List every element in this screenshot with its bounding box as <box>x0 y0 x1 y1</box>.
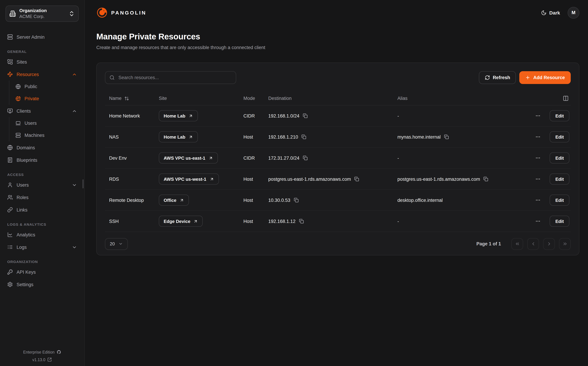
copy-icon <box>301 134 306 139</box>
page-size-select[interactable]: 20 <box>105 238 128 250</box>
resource-name: Home Network <box>105 113 159 118</box>
chevron-down-icon <box>119 242 123 246</box>
version-label: v1.13.0 <box>32 358 45 362</box>
sidebar-item-links[interactable]: Links <box>6 204 79 216</box>
search-input[interactable] <box>118 75 232 81</box>
user-avatar[interactable]: M <box>568 7 579 18</box>
header-actions: Dark M <box>541 7 579 18</box>
row-menu-button[interactable] <box>535 175 542 183</box>
external-link-icon[interactable] <box>47 357 52 362</box>
row-menu-button[interactable] <box>535 218 542 225</box>
edit-button[interactable]: Edit <box>550 195 569 206</box>
copy-destination-button[interactable] <box>303 113 308 118</box>
row-menu-button[interactable] <box>535 112 542 119</box>
row-menu-button[interactable] <box>535 197 542 204</box>
toolbar-buttons: Refresh Add Resource <box>479 71 571 84</box>
resource-name: SSH <box>105 219 159 224</box>
prev-page-button[interactable] <box>527 238 539 250</box>
column-header-alias: Alias <box>397 96 514 101</box>
page-indicator: Page 1 of 1 <box>476 241 501 246</box>
sidebar-item-analytics[interactable]: Analytics <box>6 229 79 241</box>
edition-line: Enterprise Edition <box>23 350 61 354</box>
edit-button[interactable]: Edit <box>550 131 569 142</box>
first-page-button[interactable] <box>511 238 523 250</box>
resource-mode: CIDR <box>243 113 268 118</box>
sidebar-item-label: Private <box>24 96 39 101</box>
brand-name: PANGOLIN <box>111 10 147 15</box>
arrow-up-right-icon <box>193 219 198 223</box>
next-page-button[interactable] <box>543 238 555 250</box>
sidebar-item-settings[interactable]: Settings <box>6 278 79 291</box>
laptop-icon <box>15 121 21 126</box>
copy-destination-button[interactable] <box>294 198 299 203</box>
chevron-up-icon <box>72 72 77 77</box>
search-icon <box>110 75 115 80</box>
copy-destination-button[interactable] <box>301 134 306 139</box>
users-icon <box>7 195 13 200</box>
sidebar-item-users[interactable]: Users <box>14 117 79 129</box>
sidebar-item-domains[interactable]: Domains <box>6 141 79 154</box>
add-resource-button[interactable]: Add Resource <box>520 71 571 84</box>
server-icon <box>15 133 21 138</box>
edit-button[interactable]: Edit <box>550 174 569 184</box>
page-size-value: 20 <box>110 241 115 246</box>
table-body: Home NetworkHome LabCIDR192.168.1.0/24-E… <box>105 105 571 232</box>
site-link-button[interactable]: Home Lab <box>159 131 198 142</box>
edit-button[interactable]: Edit <box>550 152 569 163</box>
sidebar-item-api-keys[interactable]: API Keys <box>6 266 79 278</box>
resource-name: NAS <box>105 134 159 139</box>
sidebar-item-sites[interactable]: Sites <box>6 56 79 68</box>
column-header-mode: Mode <box>243 96 268 101</box>
sidebar-item-server-admin[interactable]: Server Admin <box>6 31 79 43</box>
row-menu-button[interactable] <box>535 133 542 140</box>
chevron-down-icon <box>72 244 77 250</box>
ellipsis-icon <box>535 176 541 182</box>
sidebar-item-resources[interactable]: Resources <box>6 68 79 81</box>
column-header-name[interactable]: Name <box>105 96 159 101</box>
site-link-button[interactable]: AWS VPC us-east-1 <box>159 152 218 163</box>
site-link-button[interactable]: AWS VPC us-west-1 <box>159 174 219 184</box>
settings-icon <box>7 282 13 287</box>
copy-destination-button[interactable] <box>303 155 308 160</box>
sidebar-item-clients[interactable]: Clients <box>6 105 79 117</box>
sidebar-item-machines[interactable]: Machines <box>14 129 79 141</box>
sidebar-subitems: UsersMachines <box>9 117 79 141</box>
column-header-destination: Destination <box>268 96 397 101</box>
arrow-up-right-icon <box>208 156 213 160</box>
sidebar-item-label: Logs <box>17 244 27 250</box>
copy-alias-button[interactable] <box>484 177 488 182</box>
sidebar-item-roles[interactable]: Roles <box>6 191 79 204</box>
columns-toggle-button[interactable] <box>562 95 569 102</box>
site-link-button[interactable]: Home Lab <box>159 110 198 121</box>
sidebar-section-label: ORGANIZATION <box>7 259 77 264</box>
resource-name: Remote Desktop <box>105 198 159 203</box>
arrow-up-right-icon <box>209 177 214 181</box>
copy-destination-button[interactable] <box>354 177 359 182</box>
sidebar-item-public[interactable]: Public <box>14 81 79 93</box>
sidebar-item-private[interactable]: Private <box>14 93 79 105</box>
site-link-button[interactable]: Edge Device <box>159 216 203 227</box>
sidebar-footer: Enterprise Edition v1.13.0 <box>0 346 84 362</box>
refresh-button[interactable]: Refresh <box>479 71 516 84</box>
sidebar-item-label: Settings <box>17 282 34 287</box>
sidebar-item-blueprints[interactable]: Blueprints <box>6 154 79 166</box>
edit-button[interactable]: Edit <box>550 216 569 227</box>
resource-mode: Host <box>243 219 268 224</box>
site-link-button[interactable]: Office <box>159 195 189 206</box>
sidebar-item-logs[interactable]: Logs <box>6 241 79 253</box>
pangolin-logo-icon <box>96 7 108 18</box>
org-selector[interactable]: Organization ACME Corp. <box>6 6 79 22</box>
last-page-button[interactable] <box>559 238 571 250</box>
github-icon[interactable] <box>57 350 61 354</box>
sidebar-scrollbar-thumb[interactable] <box>82 179 84 188</box>
sidebar-item-label: Roles <box>17 195 29 200</box>
waypoints-icon <box>7 72 13 77</box>
edit-button[interactable]: Edit <box>550 110 569 121</box>
arrow-up-down-icon <box>124 96 129 101</box>
theme-toggle[interactable]: Dark <box>541 10 560 15</box>
chart-line-icon <box>7 232 13 237</box>
copy-destination-button[interactable] <box>299 219 304 224</box>
sidebar-item-users[interactable]: Users <box>6 179 79 191</box>
copy-alias-button[interactable] <box>444 134 449 139</box>
row-menu-button[interactable] <box>535 154 542 161</box>
